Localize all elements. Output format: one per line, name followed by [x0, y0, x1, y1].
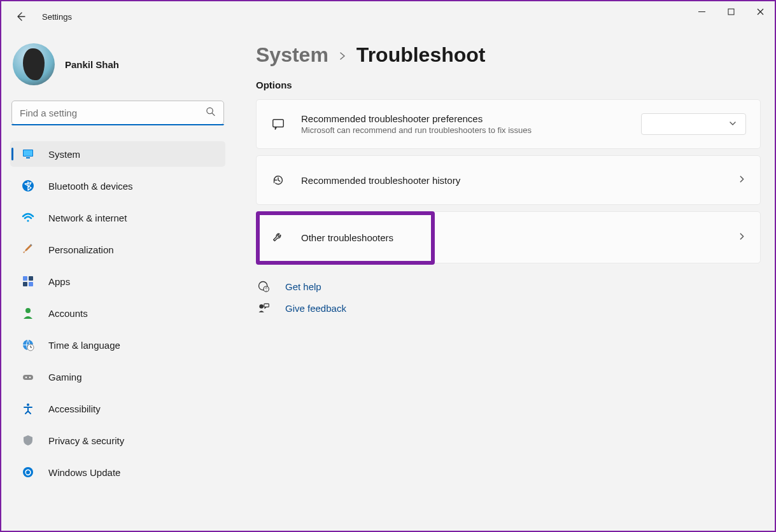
user-name: Pankil Shah: [65, 59, 119, 70]
search-icon: [206, 107, 215, 119]
sidebar-item-bluetooth-devices[interactable]: Bluetooth & devices: [10, 173, 225, 199]
sidebar-item-system[interactable]: System: [10, 141, 225, 167]
search-focus-underline: [11, 124, 224, 125]
card-rhs: [738, 232, 746, 243]
chevron-right-icon: [339, 48, 346, 63]
sidebar-item-label: Accounts: [48, 308, 88, 319]
chevron-right-icon: [738, 174, 746, 186]
help-chat-icon: [256, 280, 271, 293]
chevron-right-icon: [738, 232, 746, 243]
breadcrumb-current: Troubleshoot: [356, 43, 486, 67]
search-wrapper: [11, 101, 224, 125]
svg-rect-0: [728, 9, 734, 15]
search-input[interactable]: [11, 101, 224, 125]
paintbrush-icon: [22, 243, 34, 256]
card-rhs: [738, 174, 746, 186]
minimize-button[interactable]: [687, 1, 716, 22]
sidebar-item-privacy-security[interactable]: Privacy & security: [10, 428, 225, 453]
chat-icon: [271, 117, 286, 131]
window-controls: [687, 1, 775, 22]
accessibility-icon: [22, 402, 34, 415]
cards-container: Recommended troubleshooter preferencesMi…: [256, 99, 761, 263]
svg-point-1: [207, 108, 213, 113]
card-other-troubleshooters[interactable]: Other troubleshooters: [256, 211, 761, 263]
minimize-icon: [698, 8, 705, 15]
maximize-icon: [728, 8, 735, 15]
sidebar-item-label: Time & language: [48, 340, 120, 351]
sidebar-item-label: Network & internet: [48, 213, 127, 223]
settings-window: Settings Pankil Shah SystemBluetooth & d…: [0, 0, 776, 532]
bluetooth-icon: [22, 179, 34, 192]
sidebar-item-label: Accessibility: [48, 403, 101, 414]
chevron-down-icon: [729, 118, 737, 130]
sidebar-item-label: System: [48, 149, 80, 160]
breadcrumb-parent[interactable]: System: [256, 43, 328, 67]
header: Settings: [1, 1, 72, 32]
sidebar-item-label: Gaming: [48, 372, 82, 382]
help-item-give-feedback: Give feedback: [256, 302, 761, 314]
main-content: System Troubleshoot Options Recommended …: [256, 43, 761, 314]
maximize-button[interactable]: [716, 1, 745, 22]
app-title: Settings: [42, 12, 72, 22]
wrench-icon: [271, 230, 286, 244]
close-button[interactable]: [745, 1, 775, 22]
close-icon: [757, 8, 764, 15]
sidebar-item-label: Apps: [48, 276, 70, 287]
section-label: Options: [256, 80, 761, 90]
card-recommended-troubleshooter-history[interactable]: Recommended troubleshooter history: [256, 155, 761, 205]
profile-block[interactable]: Pankil Shah: [10, 39, 225, 85]
sidebar-item-gaming[interactable]: Gaming: [10, 364, 225, 389]
wifi-icon: [22, 211, 34, 224]
help-link[interactable]: Get help: [285, 281, 321, 292]
help-item-get-help: Get help: [256, 280, 761, 293]
card-text: Recommended troubleshooter history: [301, 175, 460, 186]
card-text: Recommended troubleshooter preferencesMi…: [301, 113, 532, 135]
help-link[interactable]: Give feedback: [285, 303, 346, 314]
help-links: Get helpGive feedback: [256, 280, 761, 314]
feedback-icon: [256, 302, 271, 314]
sidebar-item-apps[interactable]: Apps: [10, 269, 225, 294]
preferences-dropdown[interactable]: [641, 113, 746, 135]
sidebar-item-label: Bluetooth & devices: [48, 181, 133, 192]
person-icon: [22, 307, 34, 319]
card-text: Other troubleshooters: [301, 232, 393, 243]
left-column: Pankil Shah SystemBluetooth & devicesNet…: [10, 39, 225, 491]
card-title: Recommended troubleshooter preferences: [301, 113, 532, 124]
breadcrumb: System Troubleshoot: [256, 43, 761, 67]
gamepad-icon: [22, 370, 34, 383]
sidebar-item-personalization[interactable]: Personalization: [10, 237, 225, 262]
sidebar-item-label: Personalization: [48, 244, 114, 255]
back-arrow-icon: [15, 11, 25, 22]
sidebar-item-label: Privacy & security: [48, 435, 124, 446]
sync-icon: [22, 466, 34, 479]
card-recommended-troubleshooter-preferences[interactable]: Recommended troubleshooter preferencesMi…: [256, 99, 761, 149]
card-title: Other troubleshooters: [301, 232, 393, 243]
card-subtitle: Microsoft can recommend and run troubles…: [301, 125, 532, 135]
sidebar-nav: SystemBluetooth & devicesNetwork & inter…: [10, 141, 225, 491]
sidebar-item-accessibility[interactable]: Accessibility: [10, 396, 225, 421]
back-button[interactable]: [11, 8, 29, 25]
sidebar-item-label: Windows Update: [48, 467, 120, 478]
globe-clock-icon: [22, 339, 34, 351]
sidebar-item-accounts[interactable]: Accounts: [10, 300, 225, 326]
card-rhs: [641, 113, 746, 135]
monitor-icon: [22, 148, 34, 160]
card-title: Recommended troubleshooter history: [301, 175, 460, 186]
sidebar-item-windows-update[interactable]: Windows Update: [10, 459, 225, 485]
avatar: [13, 43, 55, 85]
sidebar-item-time-language[interactable]: Time & language: [10, 332, 225, 358]
sidebar-item-network-internet[interactable]: Network & internet: [10, 205, 225, 230]
apps-icon: [22, 275, 34, 288]
shield-icon: [22, 434, 34, 447]
history-icon: [271, 173, 286, 187]
